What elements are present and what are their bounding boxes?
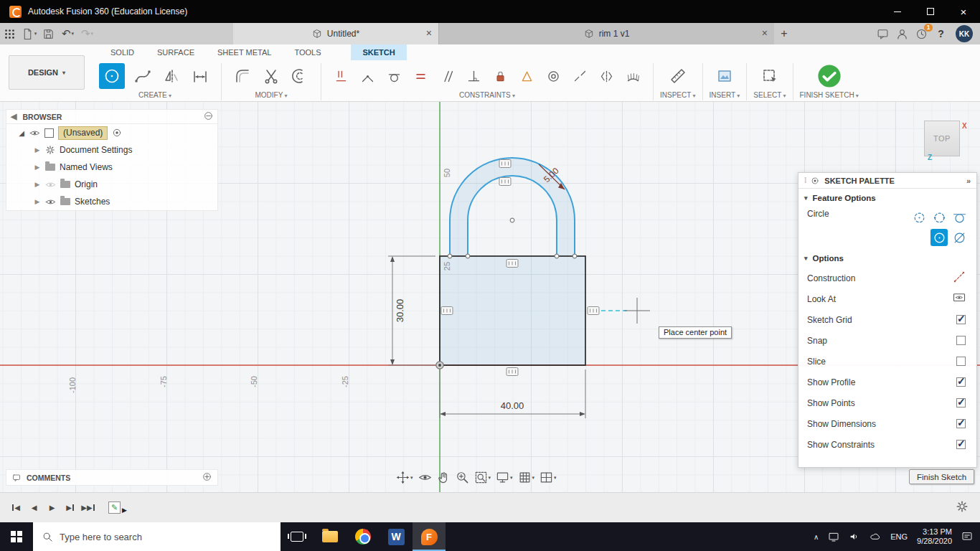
expand-arrow-icon[interactable]: ▶: [34, 198, 41, 205]
circle-tool-button[interactable]: [99, 63, 125, 89]
dimension-width-value[interactable]: 40.00: [501, 400, 524, 411]
word-button[interactable]: W: [380, 522, 413, 551]
sketch-grid-checkbox[interactable]: [956, 315, 966, 324]
new-file-icon[interactable]: ▾: [19, 25, 39, 42]
taskbar-search-input[interactable]: Type here to search: [33, 522, 281, 551]
help-icon[interactable]: ?: [931, 25, 951, 42]
viewcube[interactable]: TOP: [924, 121, 960, 156]
save-icon[interactable]: [39, 25, 58, 42]
eye-icon[interactable]: [45, 197, 56, 207]
show-constraints-checkbox[interactable]: [956, 440, 966, 449]
maximize-button[interactable]: [914, 0, 947, 23]
fix-constraint-icon[interactable]: [487, 62, 514, 90]
constraint-badge[interactable]: [507, 368, 518, 376]
viewports-icon[interactable]: ▾: [540, 471, 557, 484]
show-dimensions-checkbox[interactable]: [956, 419, 966, 428]
constraints-group-label[interactable]: CONSTRAINTS: [459, 91, 515, 99]
user-avatar[interactable]: KK: [956, 25, 973, 42]
sketch-rectangle[interactable]: [440, 256, 585, 365]
grid-settings-icon[interactable]: ▾: [518, 471, 535, 484]
browser-row-root[interactable]: ◢ (Unsaved): [6, 124, 217, 141]
parallel-constraint-icon[interactable]: [434, 62, 461, 90]
collinear-constraint-icon[interactable]: [567, 62, 593, 90]
symmetry-constraint-icon[interactable]: [593, 62, 620, 90]
timeline-skip-start-button[interactable]: ◀: [7, 499, 25, 517]
task-view-button[interactable]: [281, 522, 314, 551]
hidden-icons-chevron[interactable]: ∧: [814, 533, 819, 541]
timeline-step-back-button[interactable]: ◀: [25, 499, 43, 517]
activate-component-icon[interactable]: [112, 128, 122, 138]
snap-checkbox[interactable]: [956, 336, 966, 345]
browser-collapse-icon[interactable]: ◀: [11, 112, 17, 121]
look-at-icon[interactable]: [418, 471, 432, 484]
language-indicator[interactable]: ENG: [890, 532, 908, 541]
undo-icon[interactable]: ↶▾: [58, 25, 77, 42]
root-document-label[interactable]: (Unsaved): [58, 126, 108, 140]
timeline-sketch-feature[interactable]: ✎ ▶: [108, 501, 127, 514]
notifications-clock-icon[interactable]: 1: [912, 25, 931, 42]
close-button[interactable]: ×: [947, 0, 980, 23]
timeline-position-marker[interactable]: ▶: [122, 507, 127, 514]
tab-sheet-metal[interactable]: SHEET METAL: [206, 44, 283, 60]
midpoint-constraint-icon[interactable]: [514, 62, 540, 90]
origin-point[interactable]: [436, 362, 443, 369]
expand-arrow-icon[interactable]: ▶: [34, 164, 41, 171]
mirror-tool-icon[interactable]: [157, 62, 186, 90]
arc-center-point[interactable]: [510, 218, 514, 222]
palette-expand-icon[interactable]: »: [966, 176, 971, 185]
new-tab-button[interactable]: +: [774, 27, 794, 40]
finish-sketch-palette-button[interactable]: Finish Sketch: [909, 469, 974, 484]
timeline-skip-end-button[interactable]: ▶▶: [79, 499, 97, 517]
zoom-icon[interactable]: [456, 471, 469, 484]
slice-checkbox[interactable]: [956, 357, 966, 366]
tab-close-icon[interactable]: ×: [762, 28, 768, 38]
browser-row-origin[interactable]: ▶ Origin: [6, 176, 217, 193]
sketch-point[interactable]: [555, 254, 559, 258]
perpendicular-constraint-icon[interactable]: [461, 62, 487, 90]
timeline-play-button[interactable]: ▶: [43, 499, 61, 517]
sketch-point[interactable]: [466, 254, 470, 258]
curvature-constraint-icon[interactable]: [620, 62, 646, 90]
concentric-constraint-icon[interactable]: [540, 62, 567, 90]
expand-arrow-icon[interactable]: ◢: [18, 129, 25, 137]
measure-tool-icon[interactable]: [664, 62, 692, 90]
timeline-settings-gear-icon[interactable]: [956, 500, 969, 516]
minimize-button[interactable]: [881, 0, 914, 23]
viewcube-face-label[interactable]: TOP: [933, 134, 951, 143]
offset-tool-icon[interactable]: [286, 62, 314, 90]
select-group-label[interactable]: SELECT: [753, 91, 786, 99]
inspect-group-label[interactable]: INSPECT: [660, 91, 696, 99]
trim-tool-icon[interactable]: [257, 62, 286, 90]
onedrive-cloud-icon[interactable]: [870, 531, 881, 542]
create-group-label[interactable]: CREATE: [138, 91, 171, 99]
circle-3tangent-icon[interactable]: [951, 229, 968, 246]
display-settings-icon[interactable]: ▾: [496, 471, 513, 484]
browser-item-label[interactable]: Origin: [75, 179, 98, 189]
tab-sketch[interactable]: SKETCH: [351, 44, 406, 60]
chrome-button[interactable]: [347, 522, 380, 551]
constraint-badge[interactable]: [588, 307, 599, 315]
tangent-constraint-icon[interactable]: [381, 62, 407, 90]
feature-options-section-header[interactable]: Feature Options: [798, 189, 976, 207]
insert-tool-icon[interactable]: [710, 62, 739, 90]
redo-icon[interactable]: ↷▾: [77, 25, 97, 42]
document-tab-active[interactable]: Untitled* ×: [233, 23, 438, 44]
horizontal-vertical-constraint-icon[interactable]: [328, 62, 354, 90]
browser-row-document-settings[interactable]: ▶ Document Settings: [6, 141, 217, 159]
fusion-360-taskbar-button[interactable]: F: [413, 522, 446, 551]
app-grid-menu-icon[interactable]: [0, 25, 19, 42]
circle-3point-icon[interactable]: [930, 209, 948, 226]
construction-line-icon[interactable]: [953, 270, 966, 286]
inner-arc[interactable]: [468, 176, 557, 256]
timeline-step-forward-button[interactable]: ▶: [61, 499, 79, 517]
spline-tool-icon[interactable]: [128, 62, 157, 90]
tab-solid[interactable]: SOLID: [99, 44, 146, 60]
document-tab-inactive[interactable]: rim 1 v1 ×: [438, 23, 774, 44]
palette-header[interactable]: ⁞ SKETCH PALETTE »: [798, 173, 976, 189]
equal-constraint-icon[interactable]: [407, 62, 434, 90]
look-at-icon[interactable]: [953, 291, 966, 306]
eye-icon[interactable]: [29, 128, 40, 138]
palette-grip-icon[interactable]: ⁞: [804, 176, 806, 184]
finish-sketch-group-label[interactable]: FINISH SKETCH: [800, 91, 859, 99]
sketch-dimension-icon[interactable]: [186, 62, 215, 90]
